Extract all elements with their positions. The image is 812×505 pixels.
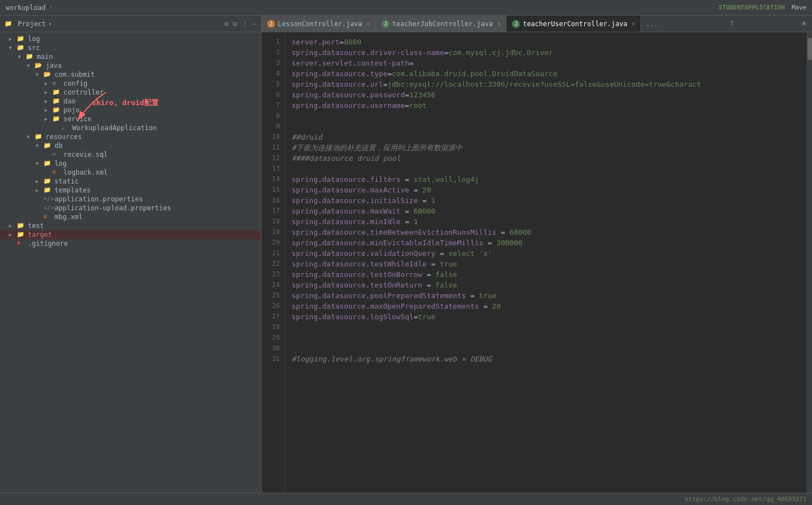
tree-item-resources[interactable]: ▼ 📁 resources bbox=[0, 132, 261, 141]
line-num-18: 18 bbox=[262, 216, 284, 227]
tree-item-service[interactable]: ▶ 📁 service bbox=[0, 115, 261, 123]
tree-item-log2[interactable]: ▼ 📁 log bbox=[0, 159, 261, 168]
tree-item-config[interactable]: ▶ ⚙ config bbox=[0, 79, 261, 88]
line-num-2: 2 bbox=[262, 47, 284, 58]
tree-label-dao: dao bbox=[63, 97, 76, 105]
code-line-15: spring.datasource.maxActive = 20 bbox=[292, 185, 806, 195]
collapse-icon[interactable]: ⊟ bbox=[233, 20, 237, 28]
tree-item-gitignore[interactable]: ⚑ .gitignore bbox=[0, 239, 261, 248]
tree-item-static[interactable]: ▶ 📁 static bbox=[0, 177, 261, 186]
tab-teacher-job[interactable]: J teacherJobController.java ✕ bbox=[376, 16, 507, 32]
tree-label-target: target bbox=[28, 231, 52, 239]
folder-icon-java: 📂 bbox=[35, 62, 43, 70]
tree-item-controller[interactable]: ▶ 📁 controller bbox=[0, 88, 261, 97]
folder-icon-service: 📁 bbox=[52, 115, 61, 123]
tree-item-logback[interactable]: ≡ logback.xml bbox=[0, 168, 261, 177]
tree-item-com-submit[interactable]: ▼ 📂 com.submit bbox=[0, 70, 261, 79]
minimize-icon[interactable]: − bbox=[253, 20, 257, 28]
tree-item-mbg-xml[interactable]: ≡ mbg.xml bbox=[0, 212, 261, 221]
line-num-14: 14 bbox=[262, 174, 284, 185]
folder-icon-src: 📁 bbox=[17, 44, 26, 52]
line-num-8: 8 bbox=[262, 111, 284, 121]
folder-icon-log: 📁 bbox=[17, 35, 26, 43]
tree-item-java[interactable]: ▼ 📂 java bbox=[0, 61, 261, 70]
tree-item-workupload-app[interactable]: ☕ WorkuploadApplication bbox=[0, 123, 261, 132]
code-content[interactable]: server.port=8080 spring.datasource.drive… bbox=[285, 32, 806, 493]
settings-icon[interactable]: ⚙ bbox=[224, 20, 228, 28]
tree-label-com-submit: com.submit bbox=[55, 71, 95, 78]
sidebar-dropdown-arrow[interactable]: ▾ bbox=[48, 20, 52, 28]
code-line-23: spring.datasource.testOnBorrow = false bbox=[292, 269, 806, 280]
sidebar-tree: shiro, druid配置 ▶ 📁 log ▼ 📁 bbox=[0, 32, 261, 493]
tab-teacher-user[interactable]: J teacherUserController.java ✕ bbox=[506, 16, 641, 32]
editor-content: 1 2 3 4 5 6 7 8 9 10 11 12 13 14 15 16 1… bbox=[262, 32, 812, 493]
line-num-17: 17 bbox=[262, 206, 284, 216]
eye-icon[interactable]: 👁 bbox=[801, 20, 808, 28]
properties-icon-app: </> bbox=[43, 195, 52, 203]
line-num-26: 26 bbox=[262, 301, 284, 311]
tab-lesson-controller[interactable]: J LessonController.java ✕ bbox=[262, 16, 376, 32]
tree-item-target[interactable]: ▶ 📁 target bbox=[0, 230, 261, 239]
line-num-13: 13 bbox=[262, 164, 284, 174]
tab-more-dots: ... bbox=[641, 20, 662, 28]
tree-arrow-config: ▶ bbox=[45, 81, 52, 86]
code-line-14: spring.datasource.filters = stat,wall,lo… bbox=[292, 174, 806, 185]
app-icon: ☕ bbox=[61, 124, 70, 132]
scrollbar-thumb[interactable] bbox=[808, 38, 812, 60]
code-line-3: server.servlet.context-path= bbox=[292, 58, 806, 68]
tree-item-pojo[interactable]: ▶ 📁 pojo bbox=[0, 106, 261, 115]
line-num-15: 15 bbox=[262, 185, 284, 195]
tab-close-lesson[interactable]: ✕ bbox=[367, 21, 370, 27]
code-line-20: spring.datasource.minEvictableIdleTimeMi… bbox=[292, 237, 806, 248]
line-num-11: 11 bbox=[262, 142, 284, 153]
tree-arrow-target: ▶ bbox=[9, 232, 17, 237]
tree-arrow-src: ▼ bbox=[9, 45, 17, 51]
line-num-3: 3 bbox=[262, 58, 284, 68]
tree-item-app-upload-props[interactable]: </> application-upload.properties bbox=[0, 204, 261, 212]
line-num-25: 25 bbox=[262, 290, 284, 301]
tab-more-count[interactable]: 7 bbox=[724, 20, 739, 27]
code-line-6: spring.datasource.password=123456 bbox=[292, 90, 806, 100]
code-line-10: ##druid bbox=[292, 132, 806, 142]
folder-icon-com-submit: 📂 bbox=[43, 71, 52, 78]
tab-icon-lesson: J bbox=[267, 20, 275, 28]
git-icon: ⚑ bbox=[17, 240, 26, 247]
menu-icon[interactable]: ⋮ bbox=[242, 20, 248, 28]
tree-item-test[interactable]: ▶ 📁 test bbox=[0, 221, 261, 230]
tree-item-templates[interactable]: ▶ 📁 templates bbox=[0, 186, 261, 195]
tab-close-teacher-user[interactable]: ✕ bbox=[632, 21, 635, 27]
code-line-21: spring.datasource.validationQuery = sele… bbox=[292, 248, 806, 259]
tree-label-main: main bbox=[37, 53, 53, 61]
tree-item-dao[interactable]: ▶ 📁 dao bbox=[0, 97, 261, 106]
tree-item-main[interactable]: ▼ 📁 main bbox=[0, 52, 261, 61]
tree-item-db[interactable]: ▼ 📁 db bbox=[0, 141, 261, 150]
tree-item-src[interactable]: ▼ 📁 src bbox=[0, 43, 261, 52]
tree-item-recevie-sql[interactable]: ↩ recevie.sql bbox=[0, 150, 261, 159]
tab-label-teacher-job: teacherJobController.java bbox=[392, 20, 493, 28]
folder-icon-pojo: 📁 bbox=[52, 106, 61, 114]
tree-item-app-props[interactable]: </> application.properties bbox=[0, 195, 261, 204]
line-num-21: 21 bbox=[262, 248, 284, 259]
folder-icon-test: 📁 bbox=[17, 222, 26, 230]
editor-scrollbar[interactable] bbox=[806, 32, 812, 493]
code-line-7: spring.datasource.username=root bbox=[292, 100, 806, 111]
tree-item-log[interactable]: ▶ 📁 log bbox=[0, 34, 261, 43]
editor-tabs: J LessonController.java ✕ J teacherJobCo… bbox=[262, 16, 812, 32]
code-line-31: #logging.level.org.springframework.web =… bbox=[292, 354, 806, 364]
code-line-24: spring.datasource.testOnReturn = false bbox=[292, 280, 806, 290]
editor-area: J LessonController.java ✕ J teacherJobCo… bbox=[262, 16, 812, 493]
tree-label-static: static bbox=[55, 177, 78, 185]
tree-label-recevie-sql: recevie.sql bbox=[63, 151, 107, 159]
tab-close-teacher-job[interactable]: ✕ bbox=[497, 21, 500, 27]
tree-arrow-main: ▼ bbox=[18, 54, 26, 60]
folder-icon-resources: 📁 bbox=[35, 133, 43, 141]
folder-icon-log2: 📁 bbox=[43, 160, 52, 167]
code-line-13 bbox=[292, 164, 806, 174]
tree-label-src: src bbox=[28, 44, 40, 52]
tab-icon-teacher-user: J bbox=[512, 20, 520, 28]
code-line-28 bbox=[292, 322, 806, 333]
tree-arrow-controller: ▶ bbox=[45, 90, 52, 95]
code-line-1: server.port=8080 bbox=[292, 37, 806, 47]
sidebar-header: 📁 Project ▾ ⚙ ⊟ ⋮ − bbox=[0, 16, 261, 32]
folder-icon-db: 📁 bbox=[43, 142, 52, 150]
